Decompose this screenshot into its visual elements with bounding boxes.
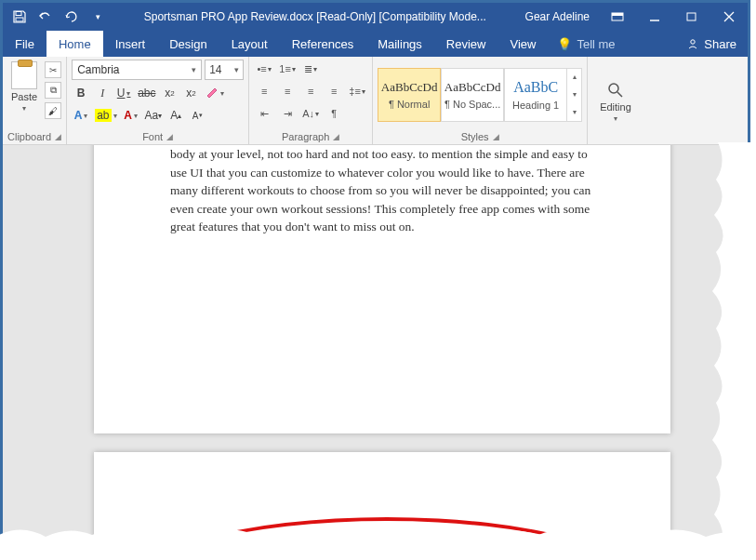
paste-icon (11, 61, 37, 89)
highlight-button[interactable]: ab (93, 106, 118, 125)
paragraph-launcher-icon[interactable]: ◢ (333, 132, 339, 141)
sort-button[interactable]: A↓ (300, 104, 321, 123)
style-preview: AaBbC (513, 79, 558, 96)
style-normal[interactable]: AaBbCcDd ¶ Normal (378, 68, 441, 122)
svg-rect-5 (687, 13, 696, 20)
group-editing: Editing ▾ (588, 57, 643, 144)
shrink-font-button[interactable]: A▾ (188, 106, 206, 125)
tab-home[interactable]: Home (46, 31, 103, 57)
redo-icon[interactable] (60, 6, 83, 28)
style-name: Heading 1 (512, 100, 559, 111)
document-title: Sportsman PRO App Review.docx [Read-Only… (114, 10, 516, 23)
quick-access-toolbar: ▾ (3, 6, 114, 28)
find-icon[interactable] (606, 81, 625, 100)
styles-gallery-more[interactable]: ▴ ▾ ▾ (567, 68, 582, 122)
justify-button[interactable]: ≡ (324, 82, 344, 100)
svg-rect-3 (612, 13, 623, 16)
chevron-up-icon: ▴ (567, 69, 581, 87)
tell-me-label: Tell me (577, 37, 615, 51)
grow-font-button[interactable]: A▴ (166, 106, 185, 125)
underline-button[interactable]: U (114, 84, 133, 102)
page-1: body at your level, not too hard and not… (94, 145, 670, 433)
ribbon: Paste ▾ ✂ ⧉ 🖌 Clipboard◢ Cambria▾ 14▾ B (3, 57, 748, 145)
multilevel-button[interactable]: ≣ (300, 60, 321, 78)
align-right-button[interactable]: ≡ (300, 82, 321, 100)
more-icon: ▾ (567, 103, 581, 121)
font-launcher-icon[interactable]: ◢ (166, 132, 173, 141)
ribbon-tabs: File Home Insert Design Layout Reference… (3, 31, 748, 57)
tab-references[interactable]: References (280, 31, 365, 57)
minimize-icon[interactable] (636, 3, 673, 31)
strikethrough-button[interactable]: abc (136, 84, 157, 102)
text-effects-button[interactable]: A (72, 106, 90, 125)
torn-edge-right (707, 142, 751, 560)
tab-layout[interactable]: Layout (219, 31, 280, 57)
bulb-icon: 💡 (557, 37, 572, 51)
change-case-button[interactable]: Aa▾ (143, 106, 165, 125)
save-icon[interactable] (8, 6, 31, 28)
styles-launcher-icon[interactable]: ◢ (493, 132, 499, 141)
clipboard-label: Clipboard (7, 131, 51, 142)
title-bar: ▾ Sportsman PRO App Review.docx [Read-On… (3, 3, 748, 31)
paragraph-label: Paragraph (282, 131, 329, 142)
group-font: Cambria▾ 14▾ B I U abc x2 x2 A ab (67, 57, 249, 144)
font-name-value: Cambria (77, 63, 119, 76)
copy-button[interactable]: ⧉ (45, 82, 61, 99)
share-button[interactable]: Share (675, 31, 748, 57)
style-name: ¶ No Spac... (444, 99, 500, 110)
font-label: Font (142, 131, 163, 142)
italic-button[interactable]: I (93, 84, 112, 102)
clear-formatting-button[interactable] (204, 84, 226, 102)
editing-label[interactable]: Editing (600, 101, 631, 113)
bullets-button[interactable]: •≡ (254, 60, 274, 78)
svg-rect-0 (16, 12, 21, 16)
share-icon (686, 37, 699, 50)
show-marks-button[interactable]: ¶ (324, 104, 344, 123)
style-name: ¶ Normal (389, 99, 430, 110)
style-preview: AaBbCcDd (381, 80, 438, 95)
align-left-button[interactable]: ≡ (254, 82, 274, 100)
font-size-combo[interactable]: 14▾ (205, 60, 244, 80)
font-name-combo[interactable]: Cambria▾ (72, 60, 202, 80)
align-center-button[interactable]: ≡ (277, 82, 298, 100)
group-styles: AaBbCcDd ¶ Normal AaBbCcDd ¶ No Spac... … (373, 57, 588, 144)
format-painter-button[interactable]: 🖌 (45, 102, 61, 119)
increase-indent-button[interactable]: ⇥ (277, 104, 298, 123)
styles-label: Styles (461, 131, 489, 142)
chevron-down-icon: ▾ (234, 65, 239, 74)
superscript-button[interactable]: x2 (182, 84, 201, 102)
chevron-down-icon: ▾ (22, 104, 26, 113)
numbering-button[interactable]: 1≡ (277, 60, 298, 78)
qat-customize-icon[interactable]: ▾ (86, 6, 109, 28)
tab-file[interactable]: File (3, 31, 46, 57)
svg-point-9 (609, 84, 618, 93)
document-area[interactable]: body at your level, not too hard and not… (3, 145, 748, 552)
font-color-button[interactable]: A (122, 106, 140, 125)
tab-review[interactable]: Review (434, 31, 498, 57)
user-name[interactable]: Gear Adeline (516, 10, 599, 23)
bold-button[interactable]: B (72, 84, 90, 102)
torn-edge-bottom (0, 520, 756, 555)
svg-line-10 (617, 92, 622, 97)
tell-me[interactable]: 💡 Tell me (548, 31, 624, 57)
close-icon[interactable] (710, 3, 748, 31)
font-size-value: 14 (209, 63, 221, 76)
style-heading-1[interactable]: AaBbC Heading 1 (504, 68, 567, 122)
tab-view[interactable]: View (497, 31, 548, 57)
clipboard-launcher-icon[interactable]: ◢ (55, 132, 61, 141)
maximize-icon[interactable] (673, 3, 710, 31)
svg-rect-1 (16, 18, 23, 21)
ribbon-options-icon[interactable] (599, 3, 636, 31)
cut-button[interactable]: ✂ (45, 61, 61, 78)
tab-mailings[interactable]: Mailings (365, 31, 434, 57)
paste-button[interactable]: Paste ▾ (7, 60, 41, 114)
undo-icon[interactable] (34, 6, 57, 28)
style-no-spacing[interactable]: AaBbCcDd ¶ No Spac... (441, 68, 504, 122)
body-text[interactable]: body at your level, not too hard and not… (94, 145, 670, 236)
chevron-down-icon: ▾ (614, 114, 617, 123)
tab-design[interactable]: Design (157, 31, 219, 57)
decrease-indent-button[interactable]: ⇤ (254, 104, 274, 123)
line-spacing-button[interactable]: ‡≡ (347, 82, 367, 100)
subscript-button[interactable]: x2 (161, 84, 179, 102)
tab-insert[interactable]: Insert (103, 31, 158, 57)
